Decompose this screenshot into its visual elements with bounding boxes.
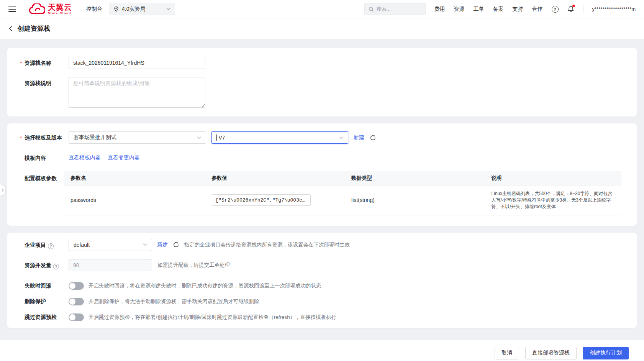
nav-item-tickets[interactable]: 工单 (474, 6, 484, 13)
refresh-icon[interactable] (370, 135, 376, 141)
stack-description-textarea[interactable] (69, 77, 205, 108)
template-select[interactable]: 赛事场景批开测试 (69, 131, 206, 144)
column-header-description: 说明 (485, 171, 621, 185)
search-icon (369, 7, 374, 12)
search-input[interactable] (377, 6, 419, 12)
help-icon[interactable]: ? (48, 243, 54, 249)
page-title: 创建资源栈 (18, 24, 50, 33)
enterprise-project-value: default (74, 242, 90, 248)
toggle-knob (69, 314, 75, 320)
skip-precheck-toggle[interactable] (69, 313, 84, 321)
location-pin-icon (114, 6, 119, 12)
table-header-row: 参数名 参数值 数据类型 说明 (64, 171, 621, 185)
basic-info-card: * 资源栈名称 资源栈说明 (7, 48, 637, 117)
nav-item-billing[interactable]: 费用 (434, 6, 445, 13)
text-cursor (216, 135, 217, 141)
column-header-param-name: 参数名 (64, 171, 205, 185)
rollback-on-failure-toggle[interactable] (69, 282, 84, 290)
chevron-right-icon (2, 188, 4, 192)
template-version-value: V7 (219, 135, 225, 141)
deletion-protection-label: 删除保护 (18, 297, 69, 305)
page-title-bar: 创建资源栈 (0, 18, 644, 39)
template-select-value: 赛事场景批开测试 (74, 134, 116, 141)
deploy-stack-button[interactable]: 直接部署资源栈 (525, 347, 577, 359)
brand-logo[interactable]: 天翼云 State Cloud (28, 3, 72, 15)
skip-precheck-hint: 开启跳过资源预检，将在部署/创建执行计划/删除/回滚时跳过资源最新配置检查（re… (88, 313, 336, 321)
nav-item-support[interactable]: 支持 (513, 6, 523, 13)
notification-dot (572, 5, 575, 7)
column-header-param-value: 参数值 (205, 171, 345, 185)
stack-name-label: * 资源栈名称 (18, 57, 69, 66)
action-footer: 取消 直接部署资源栈 创建执行计划 (0, 340, 644, 361)
nav-item-cooperation[interactable]: 合作 (532, 6, 543, 13)
console-link[interactable]: 控制台 (86, 6, 102, 13)
enterprise-project-select[interactable]: default (69, 239, 152, 251)
hamburger-menu-icon[interactable] (8, 6, 16, 12)
template-version-combobox[interactable]: V7 (211, 131, 348, 144)
rollback-on-failure-hint: 开启失败时回滚，将在资源创建失败时，删除已成功创建的资源，资源栈回滚至上一次部署… (88, 282, 321, 290)
template-content-label: 模板内容 (18, 152, 69, 161)
required-asterisk: * (20, 60, 22, 67)
param-name-cell: passwords (64, 185, 205, 215)
stack-description-label: 资源栈说明 (18, 77, 69, 87)
settings-card: 企业项目? default 新建 指定的企业项目会传递给资源栈内所有资源，该设置… (7, 233, 637, 328)
chevron-down-icon (197, 136, 201, 139)
required-asterisk: * (20, 135, 22, 141)
new-project-link[interactable]: 新建 (157, 241, 168, 248)
nav-item-filing[interactable]: 备案 (493, 6, 504, 13)
region-selector[interactable]: 4.0实验局 (109, 3, 175, 15)
view-template-content-link[interactable]: 查看模板内容 (69, 154, 101, 161)
refresh-icon[interactable] (173, 241, 179, 248)
deletion-protection-hint: 开启删除保护，将无法手动删除资源栈，需手动关闭该配置后才可继续删除 (88, 298, 259, 305)
cancel-button[interactable]: 取消 (495, 347, 519, 359)
column-header-data-type: 数据类型 (345, 171, 485, 185)
concurrency-label: 资源并发量? (18, 259, 69, 270)
stack-name-input[interactable] (69, 57, 205, 69)
cloud-logo-icon (28, 3, 45, 15)
create-execution-plan-button[interactable]: 创建执行计划 (583, 347, 629, 359)
param-type-cell: list(string) (345, 185, 485, 215)
skip-precheck-label: 跳过资源预检 (18, 313, 69, 320)
brand-name: 天翼云 (48, 3, 72, 11)
main-content: * 资源栈名称 资源栈说明 * 选择模板及版本 赛事场景批开测试 (0, 39, 644, 328)
divider (583, 5, 583, 13)
toggle-knob (69, 283, 75, 289)
top-navigation-bar: 天翼云 State Cloud 控制台 4.0实验局 费用 资源 (0, 0, 644, 18)
divider (79, 5, 79, 13)
chevron-down-icon (166, 8, 170, 10)
concurrency-hint: 如需提升配额，请提交工单处理 (157, 261, 230, 269)
param-description-cell: Linux主机密码列表，共500个，满足：8~30字符、同时包含大写/小写/数字… (485, 185, 621, 215)
help-icon[interactable]: ? (53, 264, 59, 269)
global-search[interactable] (364, 3, 426, 15)
view-change-content-link[interactable]: 查看变更内容 (108, 154, 140, 161)
param-value-input[interactable] (212, 194, 311, 206)
table-row: passwords list(string) Linux主机密码列表，共500个… (64, 185, 621, 215)
toggle-knob (69, 299, 75, 305)
configure-params-label: 配置模板参数 (18, 171, 64, 182)
nav-item-resources[interactable]: 资源 (454, 6, 465, 13)
chevron-down-icon (339, 136, 343, 139)
chevron-left-icon (9, 26, 12, 31)
enterprise-project-label: 企业项目? (18, 239, 69, 249)
account-username[interactable]: y*******************m (592, 6, 636, 12)
concurrency-input[interactable] (69, 259, 152, 271)
enterprise-project-hint: 指定的企业项目会传递给资源栈内所有资源，该设置会在下次部署时生效 (184, 241, 350, 249)
rollback-on-failure-label: 失败时回滚 (18, 281, 69, 289)
help-icon[interactable]: ? (552, 6, 559, 13)
template-version-label: * 选择模板及版本 (18, 131, 69, 141)
template-card: * 选择模板及版本 赛事场景批开测试 V7 新建 (7, 123, 637, 226)
brand-subtitle: State Cloud (48, 12, 72, 15)
chevron-down-icon (143, 243, 147, 246)
region-value: 4.0实验局 (122, 6, 145, 13)
parameters-table: 参数名 参数值 数据类型 说明 passwords list(string) L… (64, 171, 621, 215)
new-template-link[interactable]: 新建 (354, 134, 364, 141)
back-button[interactable] (9, 26, 12, 31)
deletion-protection-toggle[interactable] (69, 298, 84, 305)
notifications-bell-icon[interactable] (567, 5, 574, 13)
